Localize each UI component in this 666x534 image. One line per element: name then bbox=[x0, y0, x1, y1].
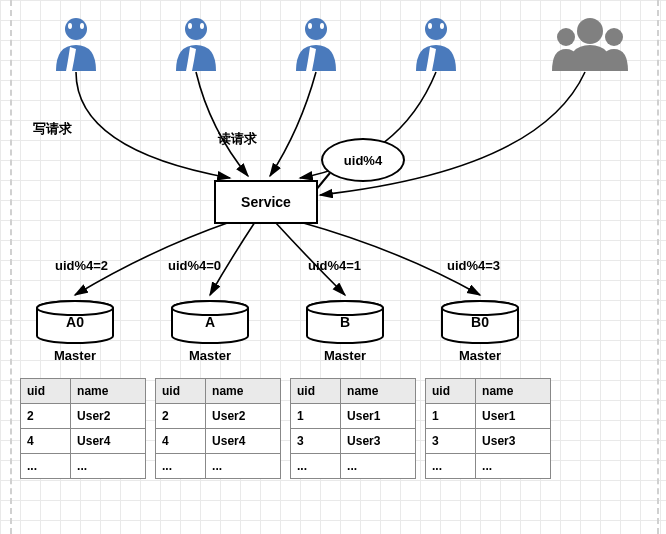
data-table: uidname 1User1 3User3 ...... bbox=[290, 378, 416, 479]
database-icon: A bbox=[170, 300, 250, 344]
service-box: Service bbox=[214, 180, 318, 224]
svg-point-6 bbox=[305, 18, 327, 40]
svg-point-14 bbox=[577, 18, 603, 44]
speech-bubble: uid%4 bbox=[321, 138, 405, 182]
svg-point-3 bbox=[185, 18, 207, 40]
svg-point-9 bbox=[425, 18, 447, 40]
svg-point-8 bbox=[320, 23, 324, 29]
user-icon bbox=[288, 15, 344, 71]
database-icon: B0 bbox=[440, 300, 520, 344]
master-label: Master bbox=[35, 348, 115, 363]
svg-point-7 bbox=[308, 23, 312, 29]
user-icon bbox=[48, 15, 104, 71]
user-icon bbox=[168, 15, 224, 71]
write-request-label: 写请求 bbox=[33, 120, 72, 138]
master-label: Master bbox=[305, 348, 385, 363]
data-table: uidname 2User2 4User4 ...... bbox=[155, 378, 281, 479]
master-label: Master bbox=[440, 348, 520, 363]
svg-point-20 bbox=[307, 301, 383, 315]
svg-point-10 bbox=[428, 23, 432, 29]
user-icon bbox=[408, 15, 464, 71]
svg-point-18 bbox=[172, 301, 248, 315]
data-table: uidname 2User2 4User4 ...... bbox=[20, 378, 146, 479]
branch-label: uid%4=0 bbox=[168, 258, 221, 273]
database-icon: A0 bbox=[35, 300, 115, 344]
master-label: Master bbox=[170, 348, 250, 363]
svg-point-13 bbox=[605, 28, 623, 46]
svg-point-22 bbox=[442, 301, 518, 315]
svg-point-11 bbox=[440, 23, 444, 29]
data-table: uidname 1User1 3User3 ...... bbox=[425, 378, 551, 479]
group-icon bbox=[540, 15, 640, 71]
svg-point-2 bbox=[80, 23, 84, 29]
svg-point-5 bbox=[200, 23, 204, 29]
branch-label: uid%4=3 bbox=[447, 258, 500, 273]
svg-point-1 bbox=[68, 23, 72, 29]
svg-point-0 bbox=[65, 18, 87, 40]
svg-point-12 bbox=[557, 28, 575, 46]
branch-label: uid%4=1 bbox=[308, 258, 361, 273]
svg-point-4 bbox=[188, 23, 192, 29]
branch-label: uid%4=2 bbox=[55, 258, 108, 273]
read-request-label: 读请求 bbox=[218, 130, 257, 148]
database-icon: B bbox=[305, 300, 385, 344]
svg-point-16 bbox=[37, 301, 113, 315]
